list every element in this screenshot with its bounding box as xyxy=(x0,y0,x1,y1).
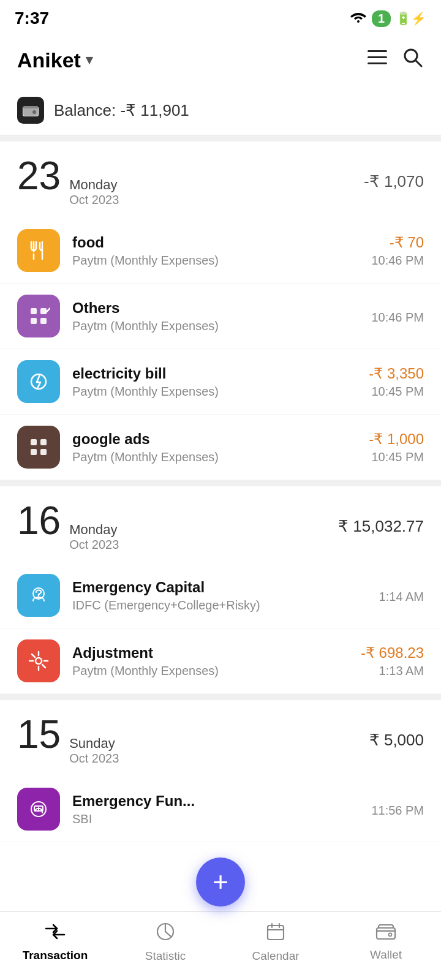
svg-rect-19 xyxy=(31,449,37,455)
tx-amount: -₹ 70 xyxy=(371,234,424,251)
wifi-icon xyxy=(350,10,367,26)
tx-amount: -₹ 698.23 xyxy=(361,644,424,662)
date-month-23: Oct 2023 xyxy=(69,193,119,207)
nav-label-wallet: Wallet xyxy=(370,948,402,962)
svg-line-5 xyxy=(416,61,421,66)
svg-point-43 xyxy=(389,933,392,937)
tx-time: 1:13 AM xyxy=(361,664,424,678)
nav-label-transaction: Transaction xyxy=(23,949,88,962)
tx-time: 10:46 PM xyxy=(371,311,424,325)
nav-item-transaction[interactable]: Transaction xyxy=(0,922,110,962)
battery-icon: 🔋⚡ xyxy=(396,11,426,26)
date-section-16: 16 Monday Oct 2023 ₹ 15,032.77 Emergency… xyxy=(0,486,441,694)
add-transaction-button[interactable]: + xyxy=(196,858,245,907)
tx-name: Emergency Capital xyxy=(72,579,367,596)
tx-amount: -₹ 3,350 xyxy=(369,365,424,382)
tx-name: Others xyxy=(72,300,359,317)
svg-rect-1 xyxy=(368,50,387,52)
tx-sub: IDFC (Emergency+College+Risky) xyxy=(72,598,367,612)
date-month-16: Oct 2023 xyxy=(69,538,119,552)
svg-rect-2 xyxy=(368,56,387,58)
electricity-icon xyxy=(17,360,60,403)
tx-sub: SBI xyxy=(72,812,359,826)
date-day-15: 15 xyxy=(17,715,61,754)
section-divider xyxy=(0,135,441,141)
svg-rect-18 xyxy=(40,439,47,445)
tx-time: 10:45 PM xyxy=(369,450,424,464)
date-day-16: 16 xyxy=(17,501,61,540)
transaction-item[interactable]: electricity bill Paytm (Monthly Expenses… xyxy=(0,349,441,415)
nav-label-calendar: Calendar xyxy=(252,949,299,963)
search-icon[interactable] xyxy=(402,47,424,74)
tx-sub: Paytm (Monthly Expenses) xyxy=(72,450,356,464)
tx-sub: Paytm (Monthly Expenses) xyxy=(72,385,356,399)
svg-point-0 xyxy=(357,20,360,23)
wallet-icon xyxy=(375,923,396,944)
transaction-item[interactable]: Emergency Fun... SBI 11:56 PM xyxy=(0,777,441,842)
food-icon xyxy=(17,229,60,272)
others-icon xyxy=(17,295,60,337)
tx-amount: -₹ 1,000 xyxy=(369,431,424,448)
emergency-capital-icon xyxy=(17,574,60,617)
section-divider xyxy=(0,480,441,486)
menu-icon[interactable] xyxy=(366,48,388,72)
svg-rect-13 xyxy=(31,318,37,324)
nav-label-statistic: Statistic xyxy=(145,949,186,963)
svg-line-28 xyxy=(32,654,35,657)
svg-rect-42 xyxy=(377,928,395,939)
date-total-23: -₹ 1,070 xyxy=(364,172,424,191)
calendar-icon xyxy=(266,922,285,946)
user-name: Aniket xyxy=(17,48,81,72)
tx-time: 1:14 AM xyxy=(379,590,424,604)
wallet-small-icon xyxy=(17,97,44,124)
adjustment-icon xyxy=(17,639,60,682)
tx-sub: Paytm (Monthly Expenses) xyxy=(72,664,349,678)
statistic-icon xyxy=(156,922,175,946)
header: Aniket ▾ xyxy=(0,34,441,86)
nav-item-statistic[interactable]: Statistic xyxy=(110,922,221,963)
transaction-item[interactable]: food Paytm (Monthly Expenses) -₹ 70 10:4… xyxy=(0,218,441,284)
svg-line-29 xyxy=(42,665,45,668)
chevron-down-icon[interactable]: ▾ xyxy=(86,52,92,68)
nav-item-calendar[interactable]: Calendar xyxy=(221,922,331,963)
svg-rect-3 xyxy=(368,62,387,64)
tx-time: 11:56 PM xyxy=(371,804,424,818)
tx-sub: Paytm (Monthly Expenses) xyxy=(72,319,359,333)
notification-badge: 1 xyxy=(372,10,391,27)
date-weekday-23: Monday xyxy=(69,177,119,193)
date-section-23: 23 Monday Oct 2023 -₹ 1,070 foo xyxy=(0,141,441,480)
svg-line-37 xyxy=(165,932,171,937)
transaction-item[interactable]: google ads Paytm (Monthly Expenses) -₹ 1… xyxy=(0,415,441,480)
date-month-15: Oct 2023 xyxy=(69,752,119,766)
header-title-group[interactable]: Aniket ▾ xyxy=(17,48,92,72)
date-total-15: ₹ 5,000 xyxy=(369,731,424,750)
tx-name: electricity bill xyxy=(72,365,356,382)
transaction-item[interactable]: Others Paytm (Monthly Expenses) 10:46 PM xyxy=(0,284,441,349)
balance-label: Balance: -₹ 11,901 xyxy=(54,101,189,120)
nav-item-wallet[interactable]: Wallet xyxy=(331,923,441,962)
status-icons: 1 🔋⚡ xyxy=(350,10,426,27)
date-weekday-16: Monday xyxy=(69,522,119,538)
tx-name: food xyxy=(72,234,359,251)
status-time: 7:37 xyxy=(15,9,49,28)
balance-bar: Balance: -₹ 11,901 xyxy=(0,86,441,135)
google-ads-icon xyxy=(17,426,60,469)
date-total-16: ₹ 15,032.77 xyxy=(338,517,424,536)
transaction-item[interactable]: Emergency Capital IDFC (Emergency+Colleg… xyxy=(0,563,441,628)
tx-sub: Paytm (Monthly Expenses) xyxy=(72,254,359,268)
tx-time: 10:45 PM xyxy=(369,385,424,399)
tx-name: Adjustment xyxy=(72,644,349,662)
transaction-item[interactable]: Adjustment Paytm (Monthly Expenses) -₹ 6… xyxy=(0,628,441,694)
header-icons-group xyxy=(366,47,424,74)
date-weekday-15: Sunday xyxy=(69,736,119,752)
emergency-fund-icon xyxy=(17,788,60,831)
date-section-15: 15 Sunday Oct 2023 ₹ 5,000 Emergency Fun… xyxy=(0,700,441,842)
section-divider xyxy=(0,694,441,700)
bottom-navigation: Transaction Statistic Calendar xyxy=(0,911,441,980)
svg-point-7 xyxy=(32,110,36,114)
tx-name: Emergency Fun... xyxy=(72,793,359,810)
tx-time: 10:46 PM xyxy=(371,254,424,268)
transaction-icon xyxy=(45,922,66,945)
status-bar: 7:37 1 🔋⚡ xyxy=(0,0,441,34)
svg-rect-11 xyxy=(31,308,37,314)
